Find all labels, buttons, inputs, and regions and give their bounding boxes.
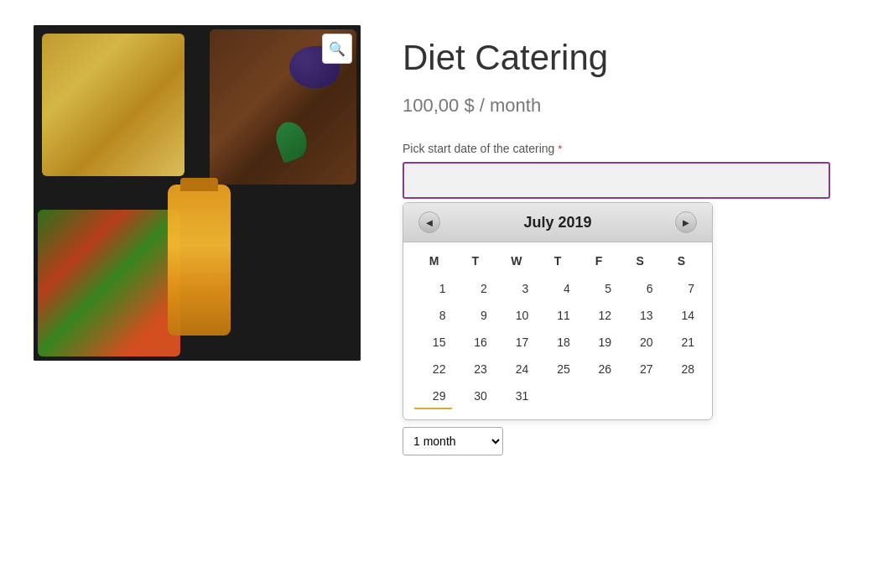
calendar-days: 1234567891011121314151617181920212223242…	[413, 276, 702, 409]
calendar-day[interactable]: 1	[413, 276, 453, 301]
calendar-month-year: July 2019	[523, 214, 591, 232]
calendar-day[interactable]: 24	[496, 356, 536, 382]
calendar-grid: MTWTFSS 12345678910111213141516171819202…	[403, 242, 712, 419]
calendar-day[interactable]: 3	[496, 276, 536, 301]
date-label: Pick start date of the catering *	[403, 142, 839, 155]
calendar-day[interactable]: 8	[413, 303, 453, 328]
calendar-prev-button[interactable]: ◄	[418, 211, 440, 233]
calendar-day[interactable]: 27	[621, 356, 660, 382]
required-star: *	[558, 143, 562, 155]
calendar-day[interactable]: 23	[455, 356, 494, 382]
calendar-day	[663, 383, 702, 409]
calendar-weekdays: MTWTFSS	[413, 249, 702, 273]
duration-select[interactable]: 1 month2 months3 months6 months	[403, 427, 503, 455]
calendar-day[interactable]: 30	[455, 383, 494, 409]
calendar-day[interactable]: 9	[455, 303, 494, 328]
calendar-day[interactable]: 17	[496, 330, 536, 355]
calendar-day[interactable]: 7	[663, 276, 702, 301]
calendar-day	[579, 383, 619, 409]
calendar-day[interactable]: 14	[663, 303, 702, 328]
food-salad-dish	[38, 210, 180, 356]
bottle-cap	[180, 178, 218, 191]
weekday-label: W	[496, 249, 537, 273]
info-section: Diet Catering 100,00 $ / month Pick star…	[403, 25, 839, 455]
food-background	[34, 25, 361, 361]
calendar-day[interactable]: 13	[621, 303, 660, 328]
calendar-day	[621, 383, 660, 409]
calendar-day[interactable]: 31	[496, 383, 536, 409]
calendar-day[interactable]: 11	[538, 303, 577, 328]
calendar-day[interactable]: 28	[663, 356, 702, 382]
calendar-day[interactable]: 25	[538, 356, 577, 382]
calendar-day[interactable]: 29	[413, 383, 453, 409]
calendar: ◄ July 2019 ► MTWTFSS 123456789101112131…	[403, 202, 713, 420]
calendar-day[interactable]: 21	[663, 330, 702, 355]
calendar-day[interactable]: 2	[455, 276, 494, 301]
calendar-day[interactable]: 26	[579, 356, 619, 382]
calendar-day[interactable]: 22	[413, 356, 453, 382]
calendar-day[interactable]: 18	[538, 330, 577, 355]
weekday-label: T	[455, 249, 496, 273]
calendar-day[interactable]: 16	[455, 330, 494, 355]
calendar-day[interactable]: 6	[621, 276, 660, 301]
date-input[interactable]	[403, 162, 830, 199]
juice-bottle	[168, 185, 231, 336]
weekday-label: M	[413, 249, 455, 273]
weekday-label: S	[620, 249, 661, 273]
product-image: 🔍	[34, 25, 361, 361]
dropdown-row: 1 month2 months3 months6 months	[403, 427, 839, 455]
product-price: 100,00 $ / month	[403, 95, 839, 117]
image-section: 🔍	[34, 25, 361, 455]
weekday-label: S	[661, 249, 702, 273]
calendar-day[interactable]: 20	[621, 330, 660, 355]
page-container: 🔍 Diet Catering 100,00 $ / month Pick st…	[34, 25, 839, 455]
mint-leaf-decoration	[271, 117, 311, 163]
calendar-header: ◄ July 2019 ►	[403, 203, 712, 242]
product-title: Diet Catering	[403, 38, 839, 78]
calendar-day[interactable]: 10	[496, 303, 536, 328]
calendar-next-button[interactable]: ►	[675, 211, 697, 233]
calendar-day[interactable]: 12	[579, 303, 619, 328]
weekday-label: T	[537, 249, 578, 273]
weekday-label: F	[579, 249, 620, 273]
calendar-day[interactable]: 5	[579, 276, 619, 301]
calendar-day[interactable]: 4	[538, 276, 577, 301]
zoom-button[interactable]: 🔍	[322, 34, 352, 64]
date-label-text: Pick start date of the catering	[403, 142, 554, 155]
food-rice-dish	[42, 34, 184, 176]
calendar-day[interactable]: 19	[579, 330, 619, 355]
calendar-day[interactable]: 15	[413, 330, 453, 355]
calendar-day	[538, 383, 577, 409]
